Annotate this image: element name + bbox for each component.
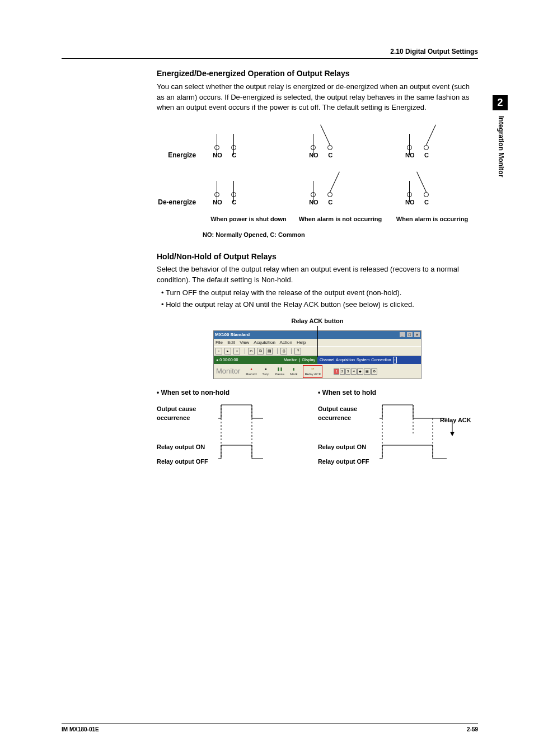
relay-ack-callout: Relay ACK button <box>157 317 478 326</box>
relay-ack-button[interactable]: ↺Relay ACK <box>303 365 322 378</box>
menu-view[interactable]: View <box>240 340 249 345</box>
ribbon-acquisition[interactable]: Acquisition <box>336 357 355 363</box>
svg-marker-6 <box>450 432 455 436</box>
page-number: 2-59 <box>467 726 478 734</box>
collapse-icon[interactable]: ↕ <box>393 357 397 363</box>
bullet-1: Turn OFF the output relay with the relea… <box>161 288 478 298</box>
window-title: MX100 Standard <box>215 332 250 338</box>
no-label: NO <box>309 198 318 207</box>
s2-bullets: Turn OFF the output relay with the relea… <box>157 288 478 310</box>
print-icon[interactable]: ⎙ <box>280 348 287 354</box>
timing-nonhold: • When set to non-hold Output cause occu… <box>157 388 296 472</box>
relay-cell: NO C <box>393 121 478 160</box>
monitor-label: Monitor <box>216 366 240 377</box>
s1-title: Energized/De-energized Operation of Outp… <box>157 68 478 79</box>
ribbon-channel[interactable]: Channel <box>320 357 334 363</box>
minimize-icon[interactable]: _ <box>400 332 405 337</box>
ribbon: ● 0 00:00:00 Monitor | Display Channel A… <box>214 356 421 364</box>
tab-icon[interactable]: 3 <box>345 368 350 375</box>
paste-icon[interactable]: ▤ <box>266 348 273 354</box>
elapsed-time: ● 0 00:00:00 <box>216 357 238 363</box>
doc-id: IM MX180-01E <box>62 726 99 734</box>
menu-action[interactable]: Action <box>280 340 292 345</box>
menu-file[interactable]: File <box>216 340 223 345</box>
s2-title: Hold/Non-Hold of Output Relays <box>157 251 478 262</box>
no-label: NO <box>405 198 415 207</box>
relay-cell: NO C <box>297 121 382 160</box>
no-label: NO <box>213 198 222 207</box>
relay-diagram-grid: Energize NO C NO C <box>157 121 478 240</box>
c-label: C <box>328 198 332 207</box>
c-label: C <box>328 151 332 160</box>
no-label: NO <box>405 151 415 160</box>
timing-label: Relay output OFF <box>318 458 369 466</box>
chapter-title: Integration Monitor <box>496 116 505 177</box>
ribbon-display[interactable]: Display <box>302 357 315 363</box>
col3-label: When alarm is occurring <box>386 215 478 224</box>
stop-button[interactable]: ■Stop <box>263 366 269 377</box>
no-label: NO <box>213 151 222 160</box>
pause-button[interactable]: ❚❚Pause <box>275 366 284 377</box>
save-icon[interactable]: ▪ <box>233 348 240 354</box>
menu-acquisition[interactable]: Acquisition <box>254 340 275 345</box>
timing-label: Output cause occurrence <box>318 405 377 423</box>
window-buttons[interactable]: _ □ × <box>399 332 420 338</box>
timing-label: Relay output ON <box>318 443 366 452</box>
tab-icon[interactable]: 4 <box>351 368 356 375</box>
chapter-number: 2 <box>493 95 508 110</box>
row-energize-label: Energize <box>157 151 200 160</box>
timing-hold-svg <box>380 402 508 469</box>
tab-icon[interactable]: ▦ <box>364 368 371 375</box>
tab-icon[interactable]: 2 <box>340 368 345 375</box>
maximize-icon[interactable]: □ <box>407 332 413 337</box>
tab-icon[interactable]: ⚙ <box>371 368 377 375</box>
bullet-2: Hold the output relay at ON until the Re… <box>161 300 478 310</box>
menu-help[interactable]: Help <box>297 340 306 345</box>
relay-ack-label: Relay ACK <box>440 416 471 425</box>
ribbon-system[interactable]: System <box>357 357 369 363</box>
ribbon-monitor[interactable]: Monitor <box>284 357 297 363</box>
relay-cell: NO C <box>200 121 285 160</box>
close-icon[interactable]: × <box>414 332 420 337</box>
c-label: C <box>424 151 429 160</box>
open-icon[interactable]: ▸ <box>224 348 231 354</box>
timing-nonhold-svg <box>218 402 330 469</box>
c-label: C <box>232 151 236 160</box>
relay-cell: NO C <box>297 168 382 207</box>
ribbon-connection[interactable]: Connection <box>371 357 391 363</box>
record-button[interactable]: ●Record <box>246 366 256 377</box>
tab-icon[interactable]: ◆ <box>357 368 363 375</box>
timing-label: Output cause occurrence <box>157 405 216 423</box>
c-label: C <box>424 198 429 207</box>
s2-paragraph: Select the behavior of the output relay … <box>157 264 478 286</box>
timing-hold: • When set to hold <box>318 388 478 472</box>
timing-nonhold-title: • When set to non-hold <box>157 388 296 398</box>
timing-label: Relay output ON <box>157 443 205 452</box>
col1-label: When power is shut down <box>203 215 294 224</box>
new-icon[interactable]: ▫ <box>216 348 222 354</box>
timing-diagrams: • When set to non-hold Output cause occu… <box>157 388 478 472</box>
cut-icon[interactable]: ✂ <box>248 348 255 354</box>
mark-button[interactable]: ▮Mark <box>290 366 297 377</box>
page-footer: IM MX180-01E 2-59 <box>62 724 478 734</box>
monitor-row: Monitor ●Record ■Stop ❚❚Pause ▮Mark ↺Rel… <box>214 364 421 379</box>
tab-icon[interactable]: 1 <box>334 368 339 375</box>
row-deenergize-label: De-energize <box>157 198 200 207</box>
section-header: 2.10 Digital Output Settings <box>62 47 478 59</box>
relay-cell: NO C <box>393 168 478 207</box>
help-icon[interactable]: ? <box>294 348 301 354</box>
relay-cell: NO C <box>200 168 285 207</box>
timing-label: Relay output OFF <box>157 458 208 466</box>
s1-paragraph: You can select whether the output relay … <box>157 82 478 114</box>
c-label: C <box>232 198 236 207</box>
menu-edit[interactable]: Edit <box>227 340 235 345</box>
relay-legend: NO: Normally Opened, C: Common <box>203 231 478 240</box>
copy-icon[interactable]: ⧉ <box>257 348 264 354</box>
timing-hold-title: • When set to hold <box>318 388 478 398</box>
side-tab: 2 Integration Monitor <box>493 95 508 330</box>
col2-label: When alarm is not occurring <box>294 215 386 224</box>
no-label: NO <box>309 151 318 160</box>
